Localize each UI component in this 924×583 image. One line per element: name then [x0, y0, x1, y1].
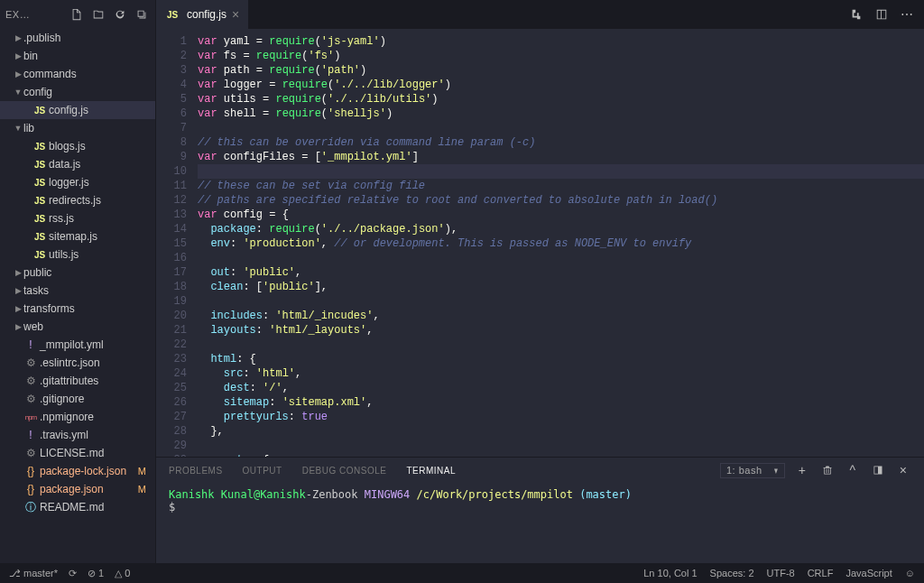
terminal-selector[interactable]: 1: bash▾ [720, 463, 785, 478]
file-item[interactable]: {}package.jsonM [0, 480, 155, 498]
close-panel-icon[interactable]: × [895, 462, 911, 478]
item-label: commands [23, 68, 77, 80]
file-item[interactable]: ⓘREADME.md [0, 498, 155, 516]
tab-output[interactable]: OUTPUT [243, 466, 282, 476]
folder-item[interactable]: ▶web [0, 318, 155, 336]
panel-tabs: PROBLEMS OUTPUT DEBUG CONSOLE TERMINAL 1… [156, 458, 924, 483]
item-label: data.js [49, 158, 80, 171]
maximize-panel-icon[interactable] [870, 462, 886, 478]
language-mode[interactable]: JavaScript [845, 568, 892, 578]
folder-item[interactable]: ▶public [0, 264, 155, 282]
diff-icon[interactable] [848, 6, 864, 23]
file-item[interactable]: ⚙LICENSE.md [0, 444, 155, 462]
tab-terminal[interactable]: TERMINAL [406, 466, 456, 476]
indent-setting[interactable]: Spaces: 2 [710, 568, 754, 578]
folder-item[interactable]: ▶transforms [0, 300, 155, 318]
code-line: html: { [198, 352, 924, 366]
tab-bar: JS config.js × ⋯ [156, 0, 924, 29]
file-item[interactable]: JSsitemap.js [0, 227, 155, 245]
refresh-icon[interactable] [112, 6, 128, 23]
collapse-all-icon[interactable] [134, 6, 150, 23]
chevron-down-icon: ▾ [773, 465, 778, 477]
folder-item[interactable]: ▶bin [0, 47, 155, 65]
panel-actions: 1: bash▾ + ^ × [720, 462, 911, 478]
code-line: var path = require('path') [198, 63, 924, 78]
new-folder-icon[interactable] [90, 6, 106, 23]
code-content[interactable]: var yaml = require('js-yaml')var fs = re… [198, 29, 924, 457]
twistie-icon: ▶ [13, 304, 23, 313]
file-item[interactable]: ⚙.eslintrc.json [0, 354, 155, 372]
item-label: public [23, 266, 51, 279]
item-label: blogs.js [49, 140, 86, 153]
more-icon[interactable]: ⋯ [899, 6, 915, 23]
file-item[interactable]: JSutils.js [0, 245, 155, 264]
encoding[interactable]: UTF-8 [767, 568, 795, 578]
item-label: tasks [23, 284, 49, 297]
folder-item[interactable]: ▼lib [0, 119, 155, 137]
folder-item[interactable]: ▶.publish [0, 29, 155, 47]
code-line: clean: ['public'], [198, 280, 924, 294]
terminal-content[interactable]: Kanishk Kunal@Kanishk-Zenbook MINGW64 /c… [156, 483, 924, 563]
chevron-up-icon[interactable]: ^ [845, 462, 861, 478]
terminal-prompt: $ [169, 501, 911, 514]
file-item[interactable]: ⚙.gitignore [0, 390, 155, 408]
folder-item[interactable]: ▶tasks [0, 282, 155, 300]
file-item[interactable]: {}package-lock.jsonM [0, 462, 155, 480]
item-label: .eslintrc.json [40, 356, 100, 369]
item-label: transforms [23, 302, 75, 315]
code-line: layouts: 'html/_layouts', [198, 323, 924, 338]
new-file-icon[interactable] [69, 6, 85, 23]
tab-config-js[interactable]: JS config.js × [156, 0, 248, 29]
terminal-line: Kanishk Kunal@Kanishk-Zenbook MINGW64 /c… [169, 488, 911, 501]
file-item[interactable]: !_mmpilot.yml [0, 336, 155, 354]
item-label: _mmpilot.yml [40, 338, 104, 351]
file-item[interactable]: JSrss.js [0, 209, 155, 227]
twistie-icon: ▶ [13, 286, 23, 295]
tab-label: config.js [187, 8, 226, 21]
eol[interactable]: CRLF [808, 568, 834, 578]
twistie-icon: ▼ [13, 124, 23, 133]
item-label: .gitattributes [40, 375, 98, 387]
kill-terminal-icon[interactable] [819, 462, 836, 478]
new-terminal-icon[interactable]: + [794, 462, 810, 478]
code-line: var utils = require('./../lib/utils') [198, 92, 924, 106]
code-editor[interactable]: 1234567891011121314151617181920212223242… [156, 29, 924, 457]
item-label: .npmignore [40, 411, 94, 423]
file-item[interactable]: JSdata.js [0, 155, 155, 173]
file-item[interactable]: JSlogger.js [0, 173, 155, 191]
line-gutter: 1234567891011121314151617181920212223242… [156, 29, 198, 457]
item-label: rss.js [49, 212, 74, 225]
code-line [198, 439, 924, 453]
close-icon[interactable]: × [232, 7, 239, 22]
git-modified-badge: M [138, 484, 146, 495]
folder-item[interactable]: ▶commands [0, 65, 155, 83]
warning-count[interactable]: △ 0 [115, 568, 130, 579]
editor-actions: ⋯ [839, 0, 924, 29]
error-count[interactable]: ⊘ 1 [88, 568, 104, 579]
feedback-icon[interactable]: ☺ [905, 568, 915, 578]
status-right: Ln 10, Col 1 Spaces: 2 UTF-8 CRLF JavaSc… [643, 568, 915, 578]
file-item[interactable]: ⚙.gitattributes [0, 372, 155, 390]
item-label: LICENSE.md [40, 447, 104, 459]
js-icon: JS [165, 10, 180, 20]
code-line: dest: '/', [198, 381, 924, 395]
git-sync-icon[interactable]: ⟳ [69, 568, 77, 579]
file-item[interactable]: JSredirects.js [0, 191, 155, 209]
git-branch[interactable]: ⎇ master* [9, 568, 58, 579]
tab-debug-console[interactable]: DEBUG CONSOLE [302, 466, 387, 476]
file-item[interactable]: JSconfig.js [0, 101, 155, 119]
split-editor-icon[interactable] [873, 6, 890, 23]
item-label: lib [23, 122, 34, 134]
item-label: redirects.js [49, 194, 101, 207]
file-item[interactable]: npm.npmignore [0, 408, 155, 426]
twistie-icon: ▶ [13, 322, 23, 331]
item-label: README.md [40, 501, 104, 514]
tab-problems[interactable]: PROBLEMS [169, 466, 223, 476]
cursor-position[interactable]: Ln 10, Col 1 [643, 568, 697, 578]
file-item[interactable]: !.travis.yml [0, 426, 155, 444]
folder-item[interactable]: ▼config [0, 83, 155, 101]
file-tree[interactable]: ▶.publish▶bin▶commands▼configJSconfig.js… [0, 29, 155, 563]
item-label: logger.js [49, 176, 89, 189]
file-item[interactable]: JSblogs.js [0, 137, 155, 155]
item-label: .publish [23, 32, 60, 44]
